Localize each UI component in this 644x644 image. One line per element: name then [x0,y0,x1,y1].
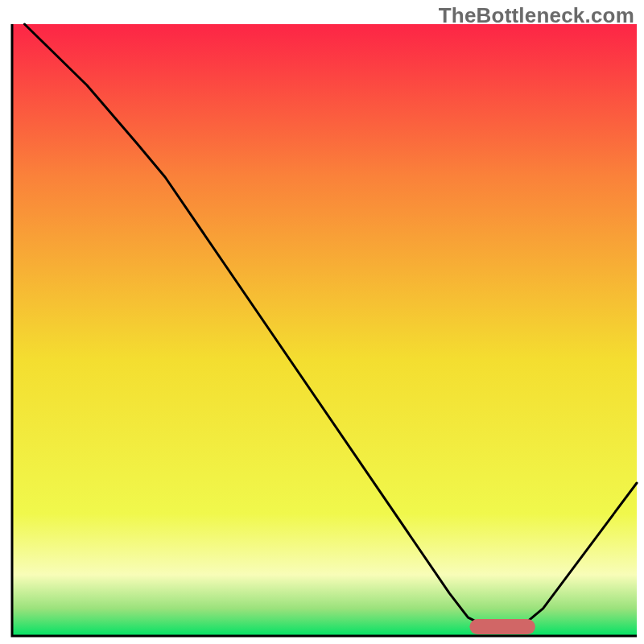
chart-plot [0,0,644,644]
watermark-text: TheBottleneck.com [439,3,634,28]
chart-container: TheBottleneck.com [0,0,644,644]
optimal-segment-marker [469,619,535,634]
plot-background [12,24,637,636]
